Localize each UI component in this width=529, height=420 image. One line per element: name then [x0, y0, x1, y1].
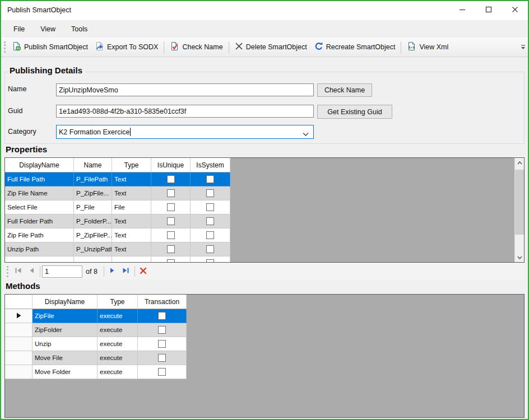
table-row[interactable]: Full File PathP_FilePathText: [5, 172, 230, 186]
table-row[interactable]: Unzipexecute: [5, 337, 187, 351]
toolbar-export-sodx-button[interactable]: Export To SODX: [91, 39, 161, 55]
issystem-checkbox[interactable]: [206, 203, 214, 211]
cell: Unzip: [33, 337, 98, 351]
transaction-checkbox[interactable]: [158, 326, 166, 334]
toolbar-publish-smartobject-button[interactable]: Publish SmartObject: [8, 39, 91, 55]
cell: [112, 256, 151, 263]
cell: Select File: [5, 200, 74, 214]
toolbar-recreate-smartobject-button[interactable]: Recreate SmartObject: [310, 39, 399, 55]
toolbar-overflow-button[interactable]: [519, 39, 527, 55]
isunique-checkbox[interactable]: [167, 245, 175, 253]
cell: Text: [112, 228, 151, 242]
isunique-checkbox[interactable]: [167, 175, 175, 183]
chevron-down-icon: [303, 130, 309, 138]
isunique-checkbox[interactable]: [167, 203, 175, 211]
checkbox[interactable]: [167, 259, 175, 263]
row-header-cell[interactable]: [5, 351, 33, 365]
table-row[interactable]: Zip File PathP_ZipFileP...Text: [5, 228, 230, 242]
table-row[interactable]: Move Folderexecute: [5, 365, 187, 379]
toolbar-delete-smartobject-button[interactable]: Delete SmartObject: [231, 40, 310, 54]
scrollbar-thumb[interactable]: [515, 170, 525, 235]
move-last-button[interactable]: [119, 265, 133, 278]
issystem-checkbox[interactable]: [206, 217, 214, 225]
menu-item-tools[interactable]: Tools: [63, 22, 95, 36]
cell: P_FilePath: [74, 172, 112, 186]
table-row[interactable]: ZipFileexecute: [5, 309, 187, 323]
table-row[interactable]: ZipFolderexecute: [5, 323, 187, 337]
table-row[interactable]: Zip File NameP_ZipFile...Text: [5, 186, 230, 200]
properties-pager: of 8: [4, 263, 525, 279]
get-existing-guid-button[interactable]: Get Existing Guid: [317, 105, 392, 119]
column-header-type[interactable]: Type: [112, 158, 151, 172]
overflow-icon: [521, 42, 526, 52]
column-header-name[interactable]: Name: [74, 158, 112, 172]
column-header-displayname[interactable]: DisplayName: [33, 295, 98, 309]
cell: execute: [98, 365, 138, 379]
window-controls: [449, 1, 528, 20]
table-row[interactable]: Unzip PathP_UnzipPathText: [5, 242, 230, 256]
close-button[interactable]: [502, 1, 528, 20]
transaction-checkbox[interactable]: [158, 368, 166, 376]
cell: [191, 214, 230, 228]
column-header-issystem[interactable]: IsSystem: [191, 158, 230, 172]
check-name-button[interactable]: Check Name: [317, 83, 372, 97]
recreate-smartobject-icon: [314, 41, 323, 53]
guid-input[interactable]: [56, 105, 314, 118]
close-icon: [512, 6, 518, 15]
toolbar-button-label: Export To SODX: [107, 43, 158, 51]
row-header-cell[interactable]: [5, 365, 33, 379]
row-header-cell[interactable]: [5, 323, 33, 337]
move-next-button[interactable]: [106, 265, 119, 278]
cell: Unzip Path: [5, 242, 74, 256]
menu-item-file[interactable]: File: [6, 22, 33, 36]
cell: Text: [112, 242, 151, 256]
issystem-checkbox[interactable]: [206, 245, 214, 253]
column-header-transaction[interactable]: Transaction: [138, 295, 187, 309]
maximize-button[interactable]: [475, 1, 502, 20]
move-previous-icon: [29, 267, 34, 276]
row-header-cell[interactable]: [5, 309, 33, 323]
transaction-checkbox[interactable]: [158, 312, 166, 320]
move-first-button[interactable]: [11, 265, 25, 278]
category-combobox[interactable]: K2 Formation Exercice: [56, 125, 314, 139]
cell: execute: [98, 323, 138, 337]
toolbar-view-xml-button[interactable]: View Xml: [403, 39, 452, 55]
column-header-type[interactable]: Type: [98, 295, 138, 309]
transaction-checkbox[interactable]: [158, 340, 166, 348]
page-count-label: of 8: [86, 268, 98, 276]
menu-item-view[interactable]: View: [33, 22, 63, 36]
pager-separator: [104, 266, 104, 277]
isunique-checkbox[interactable]: [167, 217, 175, 225]
cell: [151, 172, 191, 186]
issystem-checkbox[interactable]: [206, 231, 214, 239]
cell: [138, 309, 187, 323]
properties-scrollbar[interactable]: [514, 158, 524, 262]
current-position-input[interactable]: [42, 265, 82, 278]
name-input[interactable]: [56, 83, 314, 96]
column-header-isunique[interactable]: IsUnique: [151, 158, 191, 172]
app-window: Publish SmartObject FileViewTools Publis…: [0, 0, 529, 420]
table-row[interactable]: Move Fileexecute: [5, 351, 187, 365]
issystem-checkbox[interactable]: [206, 175, 214, 183]
cell: [5, 256, 74, 263]
cell: [191, 172, 230, 186]
scroll-down-icon[interactable]: [515, 253, 525, 262]
checkbox[interactable]: [206, 259, 214, 263]
table-row[interactable]: Select FileP_FileFile: [5, 200, 230, 214]
column-header-displayname[interactable]: DisplayName: [5, 158, 74, 172]
minimize-button[interactable]: [449, 1, 475, 20]
transaction-checkbox[interactable]: [158, 354, 166, 362]
table-row[interactable]: Full Folder PathP_FolderP...Text: [5, 214, 230, 228]
toolbar-check-name-button[interactable]: Check Name: [166, 39, 226, 55]
move-previous-button[interactable]: [25, 265, 38, 278]
pager-grip[interactable]: [7, 266, 8, 277]
text-caret: [130, 128, 131, 136]
row-header-cell[interactable]: [5, 337, 33, 351]
delete-row-button[interactable]: [137, 265, 150, 278]
isunique-checkbox[interactable]: [167, 189, 175, 197]
isunique-checkbox[interactable]: [167, 231, 175, 239]
toolbar-separator: [401, 41, 401, 53]
toolbar-grip[interactable]: [4, 41, 6, 53]
issystem-checkbox[interactable]: [206, 189, 214, 197]
scroll-up-icon[interactable]: [515, 158, 525, 167]
